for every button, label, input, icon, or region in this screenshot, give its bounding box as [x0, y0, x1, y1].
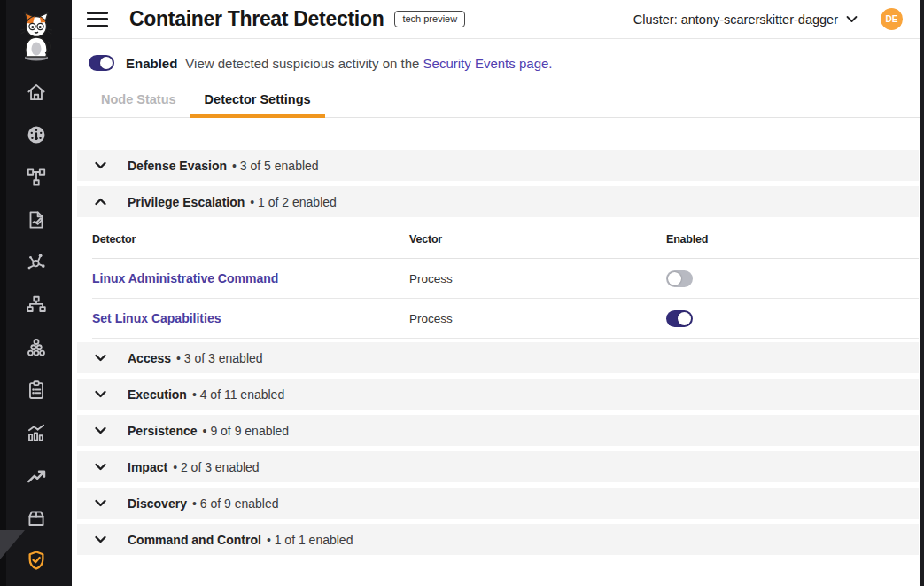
scrollbar[interactable]	[920, 0, 924, 586]
page-title: Container Threat Detection	[129, 7, 384, 31]
chevron-down-icon	[93, 459, 108, 474]
chevron-down-icon	[93, 387, 108, 402]
category-enabled-count: • 1 of 2 enabled	[250, 195, 337, 209]
chevron-down-icon	[93, 532, 108, 547]
category-name: Execution	[128, 387, 187, 402]
category-accordion-header[interactable]: Discovery • 6 of 9 enabled	[77, 488, 919, 519]
category-name: Discovery	[128, 496, 187, 511]
security-shield-icon[interactable]	[19, 539, 54, 582]
category-name: Command and Control	[128, 533, 261, 547]
avatar[interactable]: DE	[881, 8, 903, 30]
detector-toggle[interactable]	[666, 310, 693, 327]
feature-enable-row: EnabledView detected suspicious activity…	[72, 39, 924, 71]
col-header-enabled: Enabled	[666, 233, 919, 246]
service-mesh-icon[interactable]	[19, 241, 54, 284]
org-chart-icon[interactable]	[19, 284, 54, 326]
category-name: Defense Evasion	[128, 159, 227, 173]
feature-enable-text: EnabledView detected suspicious activity…	[126, 56, 553, 71]
cluster-dropdown[interactable]: Cluster: antony-scarerskitter-dagger	[633, 12, 858, 27]
topology-icon[interactable]	[19, 156, 54, 199]
metrics-chart-icon[interactable]	[19, 411, 54, 454]
detector-row: Linux Administrative Command Process	[92, 259, 919, 299]
detector-vector: Process	[409, 312, 666, 325]
category-enabled-count: • 1 of 1 enabled	[267, 533, 353, 547]
category-enabled-count: • 4 of 11 enabled	[192, 387, 284, 402]
category-name: Persistence	[128, 424, 198, 438]
detector-link[interactable]: Linux Administrative Command	[92, 271, 278, 285]
sidebar	[0, 0, 72, 586]
detector-vector: Process	[409, 272, 666, 285]
category-accordion-header[interactable]: Command and Control • 1 of 1 enabled	[77, 524, 919, 555]
chevron-down-icon	[93, 496, 108, 511]
home-icon[interactable]	[19, 71, 54, 113]
category-accordion-header[interactable]: Impact • 2 of 3 enabled	[77, 451, 919, 482]
category-enabled-count: • 3 of 3 enabled	[176, 351, 263, 365]
dashboard-gauge-icon[interactable]	[19, 113, 54, 156]
app-window: Container Threat Detection tech preview …	[0, 0, 924, 586]
chevron-down-icon	[93, 423, 108, 438]
feature-enabled-toggle[interactable]	[89, 55, 114, 71]
category-accordion-header[interactable]: Execution • 4 of 11 enabled	[77, 379, 919, 410]
checklist-icon[interactable]	[19, 369, 54, 411]
detector-link[interactable]: Set Linux Capabilities	[92, 311, 221, 325]
category-accordion-header[interactable]: Persistence • 9 of 9 enabled	[77, 415, 919, 446]
detector-table-header-row: Detector Vector Enabled	[92, 221, 919, 259]
cat-logo[interactable]	[16, 9, 57, 64]
chevron-down-icon	[93, 158, 108, 173]
top-bar: Container Threat Detection tech preview …	[72, 0, 924, 39]
page-content: EnabledView detected suspicious activity…	[72, 39, 924, 586]
cluster-label: Cluster: antony-scarerskitter-dagger	[633, 12, 838, 27]
category-enabled-count: • 6 of 9 enabled	[192, 496, 279, 511]
detector-table: Detector Vector Enabled Linux Administra…	[77, 221, 919, 339]
sidebar-edge-strip	[0, 0, 6, 586]
category-enabled-count: • 3 of 5 enabled	[232, 159, 319, 173]
security-events-link[interactable]: Security Events page.	[423, 56, 553, 71]
tech-preview-badge: tech preview	[394, 11, 465, 27]
workload-groups-icon[interactable]	[19, 326, 54, 369]
detector-category-list: Defense Evasion • 3 of 5 enabled Privile…	[72, 150, 924, 555]
col-header-detector: Detector	[92, 233, 409, 246]
chevron-down-icon	[846, 15, 858, 23]
category-enabled-count: • 2 of 3 enabled	[173, 460, 260, 474]
col-header-vector: Vector	[409, 233, 666, 246]
enabled-label: Enabled	[126, 56, 177, 71]
tab-bar: Node StatusDetector Settings	[72, 85, 924, 118]
category-accordion-header[interactable]: Defense Evasion • 3 of 5 enabled	[77, 150, 919, 181]
chevron-down-icon	[93, 350, 108, 365]
audit-log-icon[interactable]	[19, 199, 54, 241]
category-accordion-header[interactable]: Access • 3 of 3 enabled	[77, 342, 919, 373]
tab-detector-settings[interactable]: Detector Settings	[190, 85, 325, 117]
package-icon[interactable]	[19, 496, 54, 539]
category-accordion-header[interactable]: Privilege Escalation • 1 of 2 enabled	[77, 186, 919, 217]
tab-node-status[interactable]: Node Status	[87, 85, 190, 117]
chevron-up-icon	[93, 194, 108, 209]
detector-toggle[interactable]	[666, 270, 693, 287]
category-name: Access	[128, 351, 171, 365]
enable-description: View detected suspicious activity on the	[185, 56, 419, 71]
trending-up-icon[interactable]	[19, 454, 54, 496]
hamburger-menu-icon[interactable]	[87, 12, 108, 27]
category-enabled-count: • 9 of 9 enabled	[203, 424, 290, 438]
category-name: Impact	[128, 460, 167, 474]
category-name: Privilege Escalation	[128, 195, 245, 209]
detector-row: Set Linux Capabilities Process	[92, 299, 919, 339]
